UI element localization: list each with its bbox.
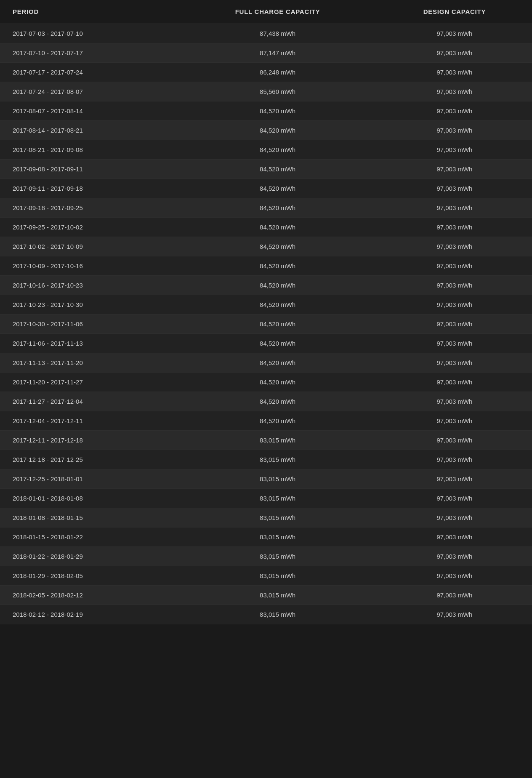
table-row: 2017-09-08 - 2017-09-1184,520 mWh97,003 …	[0, 159, 532, 179]
cell-period: 2017-08-14 - 2017-08-21	[0, 120, 178, 140]
cell-full-charge: 84,520 mWh	[178, 392, 377, 411]
table-row: 2017-12-25 - 2018-01-0183,015 mWh97,003 …	[0, 469, 532, 488]
cell-design-capacity: 97,003 mWh	[377, 314, 532, 333]
cell-full-charge: 84,520 mWh	[178, 179, 377, 198]
table-row: 2017-11-20 - 2017-11-2784,520 mWh97,003 …	[0, 372, 532, 392]
cell-period: 2017-09-25 - 2017-10-02	[0, 217, 178, 237]
cell-full-charge: 83,015 mWh	[178, 488, 377, 508]
cell-design-capacity: 97,003 mWh	[377, 198, 532, 217]
cell-period: 2017-10-23 - 2017-10-30	[0, 295, 178, 314]
cell-full-charge: 83,015 mWh	[178, 546, 377, 566]
cell-design-capacity: 97,003 mWh	[377, 392, 532, 411]
cell-design-capacity: 97,003 mWh	[377, 62, 532, 82]
cell-full-charge: 84,520 mWh	[178, 411, 377, 430]
table-row: 2017-10-23 - 2017-10-3084,520 mWh97,003 …	[0, 295, 532, 314]
table-row: 2017-11-27 - 2017-12-0484,520 mWh97,003 …	[0, 392, 532, 411]
cell-full-charge: 87,147 mWh	[178, 43, 377, 62]
cell-design-capacity: 97,003 mWh	[377, 527, 532, 546]
cell-period: 2017-07-10 - 2017-07-17	[0, 43, 178, 62]
table-row: 2017-09-18 - 2017-09-2584,520 mWh97,003 …	[0, 198, 532, 217]
cell-period: 2017-09-18 - 2017-09-25	[0, 198, 178, 217]
cell-period: 2018-01-29 - 2018-02-05	[0, 566, 178, 585]
cell-full-charge: 84,520 mWh	[178, 295, 377, 314]
cell-period: 2017-11-20 - 2017-11-27	[0, 372, 178, 392]
cell-full-charge: 84,520 mWh	[178, 101, 377, 120]
cell-design-capacity: 97,003 mWh	[377, 179, 532, 198]
cell-design-capacity: 97,003 mWh	[377, 256, 532, 275]
table-row: 2018-01-29 - 2018-02-0583,015 mWh97,003 …	[0, 566, 532, 585]
cell-period: 2017-07-17 - 2017-07-24	[0, 62, 178, 82]
cell-full-charge: 84,520 mWh	[178, 159, 377, 179]
cell-period: 2017-10-09 - 2017-10-16	[0, 256, 178, 275]
table-row: 2018-01-01 - 2018-01-0883,015 mWh97,003 …	[0, 488, 532, 508]
table-row: 2017-12-18 - 2017-12-2583,015 mWh97,003 …	[0, 450, 532, 469]
table-row: 2017-10-30 - 2017-11-0684,520 mWh97,003 …	[0, 314, 532, 333]
cell-full-charge: 83,015 mWh	[178, 430, 377, 450]
table-row: 2017-10-16 - 2017-10-2384,520 mWh97,003 …	[0, 275, 532, 295]
cell-design-capacity: 97,003 mWh	[377, 605, 532, 624]
cell-design-capacity: 97,003 mWh	[377, 372, 532, 392]
cell-design-capacity: 97,003 mWh	[377, 295, 532, 314]
table-row: 2017-10-02 - 2017-10-0984,520 mWh97,003 …	[0, 237, 532, 256]
cell-design-capacity: 97,003 mWh	[377, 159, 532, 179]
cell-full-charge: 83,015 mWh	[178, 566, 377, 585]
table-row: 2017-07-24 - 2017-08-0785,560 mWh97,003 …	[0, 82, 532, 101]
table-row: 2017-12-04 - 2017-12-1184,520 mWh97,003 …	[0, 411, 532, 430]
cell-period: 2017-12-25 - 2018-01-01	[0, 469, 178, 488]
table-row: 2017-11-06 - 2017-11-1384,520 mWh97,003 …	[0, 333, 532, 353]
cell-design-capacity: 97,003 mWh	[377, 24, 532, 43]
cell-period: 2018-02-05 - 2018-02-12	[0, 585, 178, 605]
cell-period: 2018-01-08 - 2018-01-15	[0, 508, 178, 527]
cell-period: 2017-09-11 - 2017-09-18	[0, 179, 178, 198]
cell-period: 2017-08-21 - 2017-09-08	[0, 140, 178, 159]
cell-design-capacity: 97,003 mWh	[377, 469, 532, 488]
cell-design-capacity: 97,003 mWh	[377, 275, 532, 295]
cell-design-capacity: 97,003 mWh	[377, 488, 532, 508]
cell-period: 2018-02-12 - 2018-02-19	[0, 605, 178, 624]
cell-full-charge: 86,248 mWh	[178, 62, 377, 82]
cell-design-capacity: 97,003 mWh	[377, 353, 532, 372]
cell-period: 2018-01-01 - 2018-01-08	[0, 488, 178, 508]
table-header-row: PERIOD FULL CHARGE CAPACITY DESIGN CAPAC…	[0, 0, 532, 24]
cell-full-charge: 84,520 mWh	[178, 353, 377, 372]
cell-design-capacity: 97,003 mWh	[377, 217, 532, 237]
cell-full-charge: 83,015 mWh	[178, 527, 377, 546]
cell-period: 2017-11-13 - 2017-11-20	[0, 353, 178, 372]
cell-full-charge: 84,520 mWh	[178, 314, 377, 333]
cell-design-capacity: 97,003 mWh	[377, 237, 532, 256]
cell-full-charge: 84,520 mWh	[178, 140, 377, 159]
header-full-charge-capacity: FULL CHARGE CAPACITY	[178, 0, 377, 24]
table-row: 2017-08-07 - 2017-08-1484,520 mWh97,003 …	[0, 101, 532, 120]
battery-capacity-table: PERIOD FULL CHARGE CAPACITY DESIGN CAPAC…	[0, 0, 532, 624]
cell-full-charge: 84,520 mWh	[178, 120, 377, 140]
cell-full-charge: 84,520 mWh	[178, 256, 377, 275]
table-row: 2017-07-03 - 2017-07-1087,438 mWh97,003 …	[0, 24, 532, 43]
cell-design-capacity: 97,003 mWh	[377, 546, 532, 566]
cell-period: 2017-12-04 - 2017-12-11	[0, 411, 178, 430]
cell-full-charge: 84,520 mWh	[178, 275, 377, 295]
table-row: 2018-02-12 - 2018-02-1983,015 mWh97,003 …	[0, 605, 532, 624]
cell-full-charge: 83,015 mWh	[178, 585, 377, 605]
cell-period: 2017-07-03 - 2017-07-10	[0, 24, 178, 43]
cell-full-charge: 83,015 mWh	[178, 508, 377, 527]
cell-design-capacity: 97,003 mWh	[377, 411, 532, 430]
cell-period: 2017-10-30 - 2017-11-06	[0, 314, 178, 333]
cell-full-charge: 84,520 mWh	[178, 372, 377, 392]
cell-full-charge: 84,520 mWh	[178, 237, 377, 256]
table-row: 2017-11-13 - 2017-11-2084,520 mWh97,003 …	[0, 353, 532, 372]
cell-full-charge: 85,560 mWh	[178, 82, 377, 101]
cell-full-charge: 84,520 mWh	[178, 217, 377, 237]
cell-design-capacity: 97,003 mWh	[377, 120, 532, 140]
cell-period: 2017-11-06 - 2017-11-13	[0, 333, 178, 353]
cell-period: 2018-01-15 - 2018-01-22	[0, 527, 178, 546]
cell-design-capacity: 97,003 mWh	[377, 566, 532, 585]
cell-period: 2018-01-22 - 2018-01-29	[0, 546, 178, 566]
cell-full-charge: 83,015 mWh	[178, 469, 377, 488]
cell-period: 2017-07-24 - 2017-08-07	[0, 82, 178, 101]
cell-full-charge: 83,015 mWh	[178, 605, 377, 624]
table-row: 2017-07-10 - 2017-07-1787,147 mWh97,003 …	[0, 43, 532, 62]
header-design-capacity: DESIGN CAPACITY	[377, 0, 532, 24]
cell-design-capacity: 97,003 mWh	[377, 585, 532, 605]
cell-design-capacity: 97,003 mWh	[377, 101, 532, 120]
table-row: 2017-09-25 - 2017-10-0284,520 mWh97,003 …	[0, 217, 532, 237]
